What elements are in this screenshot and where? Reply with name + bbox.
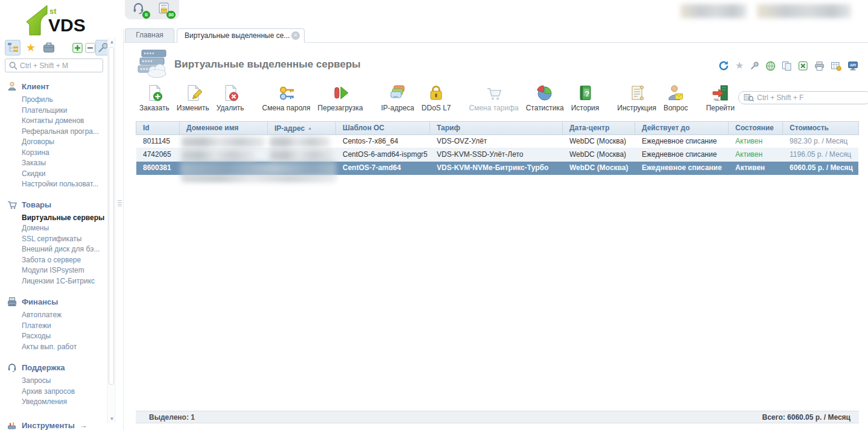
- sidebar-item-referral[interactable]: Реферальная програ...: [0, 127, 107, 138]
- sidebar-item-payments[interactable]: Платежи: [0, 321, 107, 332]
- ddos-protection-button[interactable]: DDoS L7: [418, 83, 455, 113]
- delete-icon: [221, 84, 239, 102]
- support-count-badge: 0: [142, 11, 150, 19]
- col-header-cost[interactable]: Стоимость: [783, 122, 860, 134]
- sidebar-item-backup-disk[interactable]: Внешний диск для бэ...: [0, 244, 107, 255]
- refresh-button[interactable]: [718, 60, 729, 71]
- sidebar-item-ticket-archive[interactable]: Архив запросов: [0, 387, 107, 397]
- close-tab-icon[interactable]: ×: [291, 31, 300, 40]
- ip-addresses-button[interactable]: ... IP-адреса: [378, 83, 418, 113]
- menu-section-client-title[interactable]: Клиент: [0, 80, 107, 95]
- notifications-button[interactable]: 30: [157, 2, 172, 17]
- col-header-valid-until[interactable]: Действует до: [635, 122, 729, 134]
- sidebar-item-domains[interactable]: Домены: [0, 223, 107, 234]
- cell-cost: 6060.05 р. / Месяц: [783, 162, 860, 175]
- pin-tab-button[interactable]: [750, 61, 759, 71]
- sidebar-item-orders[interactable]: Заказы: [0, 158, 107, 169]
- menu-section-tools: Инструменты →: [0, 419, 107, 430]
- scrollbar-thumb[interactable]: [109, 47, 114, 385]
- copy-button[interactable]: [782, 61, 792, 71]
- order-icon: [145, 84, 163, 102]
- api-docs-button[interactable]: API: [847, 61, 858, 71]
- menu-section-tools-title[interactable]: Инструменты →: [0, 419, 107, 430]
- total-cost: Всего: 6060.05 р. / Месяц: [762, 413, 851, 422]
- sidebar-item-isp-modules[interactable]: Модули ISPsystem: [0, 265, 107, 276]
- toolbar: Заказать Изменить: [136, 83, 859, 118]
- expand-all-button[interactable]: [71, 42, 83, 54]
- share-link-button[interactable]: [765, 61, 776, 71]
- tab-virtual-servers[interactable]: Виртуальные выделенные се... ×: [177, 28, 305, 43]
- export-excel-button[interactable]: [798, 61, 808, 71]
- table-search: [738, 91, 868, 104]
- menu-tree-button[interactable]: [5, 40, 21, 55]
- support-requests-button[interactable]: 0: [132, 2, 147, 17]
- edit-button[interactable]: Изменить: [173, 83, 213, 113]
- col-header-os[interactable]: Шаблон ОС: [336, 122, 430, 134]
- manual-button[interactable]: Инструкция: [613, 83, 660, 113]
- scroll-up-arrow[interactable]: ▲: [108, 38, 116, 46]
- scroll-down-arrow[interactable]: ▼: [108, 415, 116, 423]
- col-header-datacenter[interactable]: Дата-центр: [563, 122, 635, 134]
- sidebar-item-domain-contacts[interactable]: Контакты доменов: [0, 116, 107, 127]
- menu-section-support-title[interactable]: Поддержка: [0, 361, 107, 376]
- sidebar: st VDS ★: [0, 0, 107, 430]
- col-header-status[interactable]: Состояние: [729, 122, 783, 134]
- sidebar-item-tickets[interactable]: Запросы: [0, 376, 107, 387]
- print-button[interactable]: [814, 61, 825, 71]
- sidebar-item-payers[interactable]: Плательщики: [0, 106, 107, 116]
- sidebar-item-discounts[interactable]: Скидки: [0, 169, 107, 180]
- menu-search: [5, 58, 103, 72]
- question-person-icon: [667, 84, 685, 102]
- sidebar-splitter[interactable]: [116, 29, 124, 430]
- go-to-panel-button[interactable]: Перейти: [702, 83, 738, 113]
- table-settings-icon: [831, 61, 841, 71]
- col-header-ip[interactable]: IP-адрес▲: [268, 122, 336, 134]
- sidebar-scrollbar[interactable]: ▲ ▼: [107, 37, 115, 423]
- restart-button[interactable]: Перезагрузка: [314, 83, 367, 113]
- delete-button[interactable]: Удалить: [213, 83, 248, 113]
- statistics-button[interactable]: Статистика: [522, 83, 568, 113]
- sidebar-item-expenses[interactable]: Расходы: [0, 331, 107, 342]
- sidebar-item-cart[interactable]: Корзина: [0, 148, 107, 159]
- menu-section-finance-title[interactable]: Финансы: [0, 295, 107, 310]
- favorite-button[interactable]: ★: [735, 61, 744, 71]
- pin-icon: [750, 61, 759, 71]
- sidebar-item-notifications[interactable]: Уведомления: [0, 397, 107, 408]
- cell-id: 8600381: [136, 162, 180, 175]
- table-search-input[interactable]: [757, 93, 866, 102]
- sidebar-item-contracts[interactable]: Договоры: [0, 137, 107, 148]
- pin-menu-button[interactable]: [95, 40, 107, 55]
- sidebar-item-bitrix-licenses[interactable]: Лицензии 1С-Битрикс: [0, 276, 107, 287]
- headset-icon: [7, 362, 17, 372]
- logo-sup: st: [49, 7, 57, 16]
- plus-icon: [72, 43, 83, 53]
- sidebar-item-user-settings[interactable]: Настройки пользоват...: [0, 179, 107, 190]
- svg-text:...: ...: [393, 92, 398, 98]
- col-header-domain[interactable]: Доменное имя: [180, 122, 268, 134]
- link-globe-icon: [765, 61, 776, 71]
- order-button[interactable]: Заказать: [136, 83, 173, 113]
- sidebar-menu: Клиент Профиль Плательщики Контакты доме…: [0, 80, 107, 416]
- archive-button[interactable]: [41, 40, 57, 55]
- sidebar-item-work-acts[interactable]: Акты вып. работ: [0, 342, 107, 353]
- ask-question-button[interactable]: Вопрос: [660, 83, 692, 113]
- menu-search-input[interactable]: [20, 62, 98, 70]
- cell-cost: 982.30 р. / Месяц: [783, 135, 860, 148]
- col-header-tariff[interactable]: Тариф: [430, 122, 563, 134]
- favorites-button[interactable]: ★: [23, 40, 39, 55]
- selected-count: Выделено: 1: [149, 413, 195, 422]
- sidebar-item-virtual-servers[interactable]: Виртуальные серверы: [0, 213, 107, 224]
- menu-section-products-title[interactable]: Товары: [0, 198, 107, 213]
- pie-chart-icon: [536, 84, 554, 102]
- sidebar-item-server-care[interactable]: Забота о сервере: [0, 255, 107, 266]
- sidebar-item-ssl[interactable]: SSL сертификаты: [0, 234, 107, 245]
- table-settings-button[interactable]: [831, 61, 841, 71]
- col-header-id[interactable]: Id: [136, 122, 180, 134]
- history-button[interactable]: ? История: [568, 83, 603, 113]
- sidebar-item-profile[interactable]: Профиль: [0, 95, 107, 106]
- virtual-servers-icon: [137, 49, 168, 78]
- sidebar-item-autopayment[interactable]: Автоплатеж: [0, 310, 107, 321]
- change-password-button[interactable]: Смена пароля: [259, 83, 314, 113]
- tab-home[interactable]: Главная: [125, 28, 174, 42]
- collapse-all-button[interactable]: [84, 42, 96, 54]
